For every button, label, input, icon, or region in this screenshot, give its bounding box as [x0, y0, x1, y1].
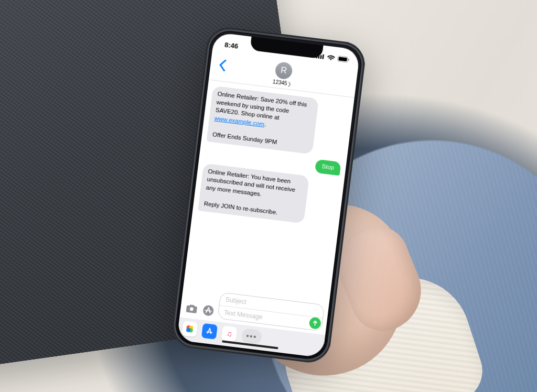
contact-number: 12345 — [272, 79, 287, 86]
ellipsis-icon: ••• — [246, 332, 258, 341]
music-icon: ♫ — [226, 329, 232, 338]
message-thread[interactable]: Online Retailer: Save 20% off this weeke… — [184, 80, 355, 303]
back-button[interactable] — [214, 57, 230, 76]
svg-rect-5 — [338, 57, 347, 61]
chevron-right-icon: ❯ — [287, 81, 292, 86]
message-text: Stop — [321, 163, 335, 171]
svg-rect-6 — [348, 59, 349, 61]
status-time: 8:46 — [224, 40, 239, 50]
app-store[interactable] — [201, 323, 218, 340]
apps-button[interactable] — [201, 303, 216, 318]
contact-button[interactable]: R 12345 ❯ — [272, 61, 294, 87]
svg-rect-3 — [322, 55, 324, 59]
wifi-icon — [327, 54, 335, 61]
battery-icon — [337, 56, 350, 63]
message-incoming[interactable]: Online Retailer: Save 20% off this weeke… — [207, 86, 349, 158]
svg-rect-2 — [320, 55, 321, 59]
screen: 8:46 R — [177, 32, 360, 358]
message-text: Online Retailer: You have been unsubscri… — [203, 168, 297, 215]
appstore-icon — [205, 326, 214, 336]
avatar: R — [274, 61, 293, 80]
avatar-initial: R — [280, 66, 287, 75]
app-photos[interactable] — [181, 321, 198, 337]
app-music[interactable]: ♫ — [221, 325, 238, 342]
camera-button[interactable] — [184, 301, 199, 316]
photos-icon — [185, 324, 195, 334]
